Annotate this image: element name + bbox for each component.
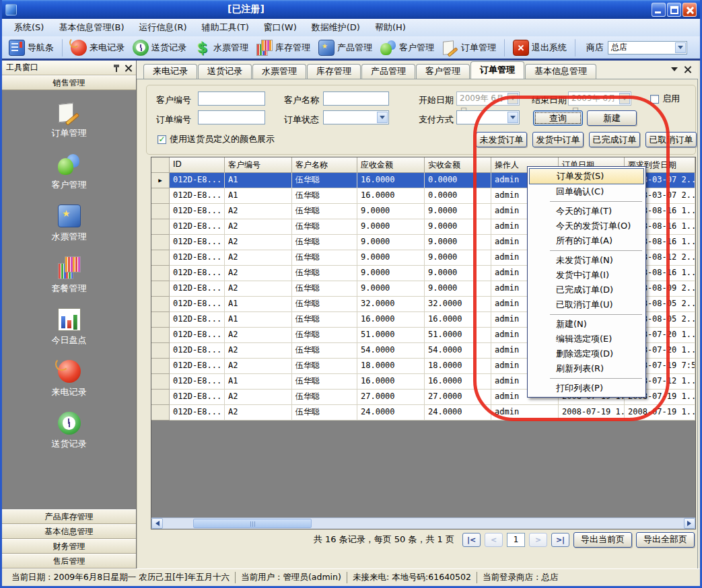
row-selector[interactable] xyxy=(151,281,170,297)
context-menu-item[interactable] xyxy=(550,378,642,379)
export-all-pages-button[interactable]: 导出全部页 xyxy=(636,532,695,548)
context-menu-item[interactable] xyxy=(550,250,642,251)
toolbar-button[interactable]: 客户管理 xyxy=(376,38,438,57)
start-date-picker[interactable]: 2009年 6月 8日 xyxy=(456,91,520,106)
menu-item[interactable]: 窗口(W) xyxy=(257,20,304,36)
order-no-input[interactable] xyxy=(198,110,265,124)
scrollbar-thumb[interactable] xyxy=(193,519,312,528)
context-menu-item[interactable]: 已取消订单(U) xyxy=(547,297,644,312)
header-customer-no[interactable]: 客户编号 xyxy=(225,157,292,173)
menu-item[interactable]: 辅助工具(T) xyxy=(195,20,256,36)
tab[interactable]: 客户管理 xyxy=(416,64,470,79)
row-selector[interactable] xyxy=(151,374,170,390)
context-menu-item[interactable]: 未发货订单(N) xyxy=(547,253,644,268)
context-menu-item[interactable]: 已完成订单(D) xyxy=(547,283,644,297)
sidebar-item[interactable]: 水票管理 xyxy=(52,205,87,243)
chevron-down-icon[interactable] xyxy=(507,112,518,123)
row-selector[interactable] xyxy=(151,188,170,204)
tab[interactable]: 订单管理 xyxy=(470,61,524,79)
sidebar-section[interactable]: 基本信息管理 xyxy=(2,524,136,539)
row-selector[interactable] xyxy=(151,266,170,281)
tab[interactable]: 库存管理 xyxy=(307,64,361,79)
context-menu-item[interactable]: 今天的订单(T) xyxy=(547,204,644,219)
row-selector[interactable] xyxy=(151,390,170,405)
sidebar-item[interactable]: 客户管理 xyxy=(52,153,87,191)
row-selector[interactable] xyxy=(151,297,170,312)
close-icon[interactable] xyxy=(125,65,132,71)
header-id[interactable]: ID xyxy=(170,157,225,173)
chevron-down-icon[interactable] xyxy=(675,42,686,53)
context-menu-item[interactable] xyxy=(550,201,642,202)
tab[interactable]: 送货记录 xyxy=(198,64,252,79)
toolbar-button[interactable]: 产品管理 xyxy=(314,38,376,57)
tab[interactable]: 基本信息管理 xyxy=(525,64,596,79)
pay-method-select[interactable] xyxy=(456,110,520,124)
end-date-picker[interactable]: 2009年 6月 8日 xyxy=(568,91,631,106)
context-menu-item[interactable]: 今天的发货订单(O) xyxy=(547,219,644,233)
toolbar-button[interactable]: 退出系统 xyxy=(509,38,571,57)
row-selector[interactable] xyxy=(151,328,170,343)
toolbar-button[interactable] xyxy=(575,39,575,57)
scroll-left-icon[interactable] xyxy=(151,518,163,529)
checkbox-box[interactable] xyxy=(650,95,659,104)
horizontal-scrollbar[interactable] xyxy=(151,517,695,529)
customer-name-input[interactable] xyxy=(323,91,389,106)
context-menu-item[interactable]: 所有的订单(A) xyxy=(547,233,644,248)
header-received[interactable]: 实收金额 xyxy=(425,157,491,173)
context-menu-item[interactable]: 刷新列表(R) xyxy=(547,361,644,376)
header-customer-name[interactable]: 客户名称 xyxy=(292,157,357,173)
context-menu-item[interactable]: 打印列表(P) xyxy=(547,381,644,396)
toolbar-button[interactable]: 订单管理 xyxy=(438,38,500,57)
status-filter-button[interactable]: 发货中订单 xyxy=(532,132,584,147)
sidebar-item[interactable]: 套餐管理 xyxy=(52,256,87,295)
minimize-button[interactable] xyxy=(652,3,666,17)
header-receivable[interactable]: 应收金额 xyxy=(357,157,425,173)
sidebar-item[interactable]: 送货记录 xyxy=(52,412,87,450)
sidebar-section[interactable]: 售后管理 xyxy=(2,554,136,568)
row-selector[interactable] xyxy=(151,219,170,235)
chevron-down-icon[interactable] xyxy=(377,112,388,123)
next-page-button[interactable]: > xyxy=(529,533,547,547)
context-menu-item[interactable]: 回单确认(C) xyxy=(547,184,644,199)
menu-item[interactable]: 系统(S) xyxy=(7,20,50,36)
delivery-color-checkbox[interactable]: ✓ 使用送货员定义的颜色展示 xyxy=(157,133,275,145)
status-filter-button[interactable]: 已取消订单 xyxy=(645,132,697,147)
chevron-down-icon[interactable] xyxy=(671,67,678,75)
menu-item[interactable]: 数据维护(D) xyxy=(305,20,367,36)
sidebar-item[interactable]: 订单管理 xyxy=(52,101,87,139)
shop-select[interactable]: 总店 xyxy=(608,41,687,54)
row-selector[interactable] xyxy=(151,405,170,420)
sidebar-section[interactable]: 产品库存管理 xyxy=(2,509,136,524)
context-menu-item[interactable]: 删除选定项(D) xyxy=(547,346,644,361)
row-selector[interactable] xyxy=(151,359,170,374)
tab[interactable]: 产品管理 xyxy=(361,64,415,79)
close-button[interactable] xyxy=(682,3,697,17)
context-menu-item[interactable]: 订单发货(S) xyxy=(529,168,644,184)
toolbar-button[interactable]: 库存管理 xyxy=(252,38,314,57)
toolbar-button[interactable]: 水票管理 xyxy=(190,38,252,57)
row-selector[interactable] xyxy=(151,250,170,266)
context-menu-item[interactable]: 新建(N) xyxy=(547,317,644,332)
tab[interactable]: 水票管理 xyxy=(252,64,306,79)
status-filter-button[interactable]: 已完成订单 xyxy=(589,132,640,147)
pin-icon[interactable] xyxy=(113,64,120,72)
query-button[interactable]: 查询 xyxy=(533,110,583,126)
row-selector[interactable] xyxy=(151,235,170,250)
toolbar-button[interactable]: 送货记录 xyxy=(129,38,190,57)
row-selector[interactable]: ▶ xyxy=(151,173,170,188)
toolbar-button[interactable] xyxy=(62,39,63,57)
scroll-right-icon[interactable] xyxy=(684,518,695,529)
export-current-page-button[interactable]: 导出当前页 xyxy=(573,532,632,548)
menu-item[interactable]: 运行信息(R) xyxy=(132,20,193,36)
menu-item[interactable]: 基本信息管理(B) xyxy=(52,20,131,36)
toolbar-button[interactable]: 来电记录 xyxy=(67,38,129,57)
context-menu-item[interactable]: 编辑选定项(E) xyxy=(547,332,644,346)
table-row[interactable]: 012D-E8... A2 伍华聪 24.0000 24.0000 admin … xyxy=(151,405,695,420)
prev-page-button[interactable]: < xyxy=(485,533,503,547)
toolbar-button[interactable]: 导航条 xyxy=(5,38,58,57)
context-menu-item[interactable]: 发货中订单(I) xyxy=(547,268,644,283)
sidebar-item[interactable]: 来电记录 xyxy=(52,360,87,398)
new-button[interactable]: 新建 xyxy=(587,110,637,126)
checkbox-box[interactable]: ✓ xyxy=(157,135,166,144)
status-filter-button[interactable]: 未发货订单 xyxy=(476,132,527,147)
